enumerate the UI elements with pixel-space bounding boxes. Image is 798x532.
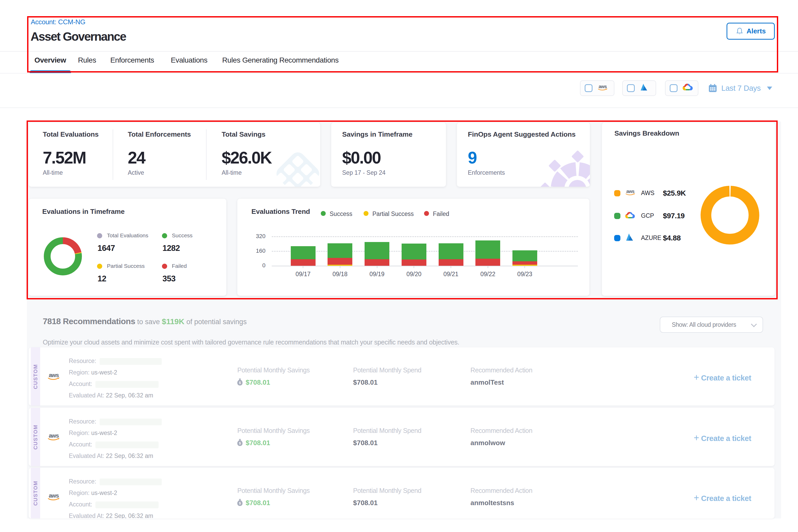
svg-text:aws: aws (49, 372, 59, 378)
svg-text:$: $ (239, 381, 241, 385)
svg-text:$: $ (239, 441, 241, 445)
svg-text:aws: aws (49, 492, 59, 499)
svg-text:aws: aws (626, 189, 635, 194)
svg-text:aws: aws (599, 84, 607, 89)
svg-text:aws: aws (49, 432, 59, 439)
svg-text:$: $ (239, 501, 241, 505)
